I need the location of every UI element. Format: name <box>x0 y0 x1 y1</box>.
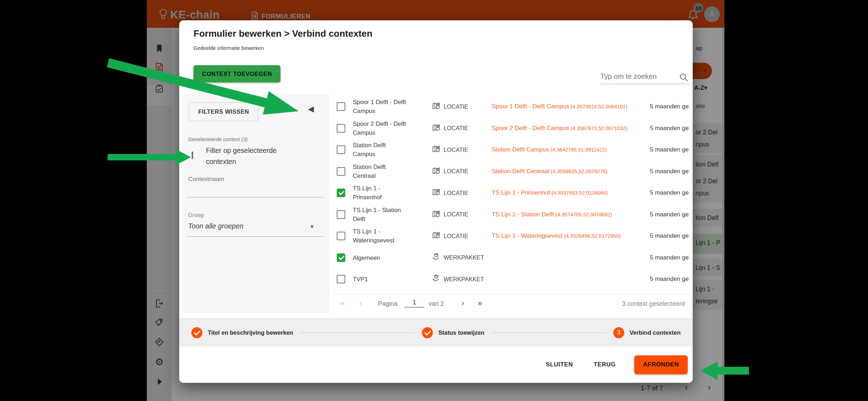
sluiten-button[interactable]: SLUITEN <box>544 361 575 369</box>
row-link-coords: (4.3567873,52.0071032) <box>571 125 627 131</box>
row-checkbox[interactable] <box>337 275 345 283</box>
map-location-icon <box>432 166 440 176</box>
context-row[interactable]: TVP1 WERKPAKKET 5 maanden geleden <box>333 268 689 290</box>
verbind-contexten-dialog: Formulier bewerken > Verbind contexten G… <box>179 20 693 383</box>
row-type-label: WERKPAKKET <box>444 276 484 283</box>
row-link-coords: (4.3558635,52.0079276) <box>551 169 608 174</box>
search-input[interactable] <box>600 71 677 82</box>
step-label: Titel en beschrijving bewerken <box>208 329 293 336</box>
map-location-icon <box>432 210 440 220</box>
row-type-label: WERKPAKKET <box>444 254 484 261</box>
context-row[interactable]: TS Lijn 1 - Station Delft LOCATIE TS Lij… <box>333 204 689 226</box>
step-titel-beschrijving[interactable]: Titel en beschrijving bewerken <box>191 327 293 338</box>
row-type-label: LOCATIE <box>444 211 468 218</box>
row-type-label: LOCATIE <box>444 168 468 175</box>
context-row[interactable]: TS Lijn 1 - Wateringsevest LOCATIE TS Li… <box>333 225 689 247</box>
context-row[interactable]: TS Lijn 1 - Prinsenhof LOCATIE TS Lijn 1… <box>333 182 689 204</box>
screen: { "icons": { "caret_down": "▾", "dropdow… <box>0 0 868 401</box>
row-context-link[interactable]: Spoor 1 Delft - Delft Campus (4.3573014,… <box>492 103 627 110</box>
row-name: Station Delft Campus <box>353 141 420 159</box>
row-name: TS Lijn 1 - Wateringsevest <box>353 227 420 245</box>
context-name-input[interactable] <box>187 197 324 197</box>
row-context-link[interactable]: Spoor 2 Delft - Delft Campus (4.3567873,… <box>492 125 627 132</box>
row-type-label: LOCATIE <box>444 146 468 153</box>
row-link-name: TS Lijn 1 - Wateringsevest <box>492 232 563 239</box>
row-checkbox[interactable] <box>337 210 345 219</box>
dialog-title: Formulier bewerken > Verbind contexten <box>193 28 372 39</box>
last-page-icon[interactable]: » <box>478 299 482 308</box>
row-link-coords: (4.3526496,52.0172950) <box>564 233 621 239</box>
row-checkbox[interactable] <box>337 189 345 197</box>
step-verbind-contexten[interactable]: 3 Verbind contexten <box>613 327 681 338</box>
filter-selected-checkbox[interactable] <box>192 151 193 159</box>
row-type-label: LOCATIE <box>444 103 468 110</box>
row-link-name: Station Delft Centraal <box>492 168 549 175</box>
add-context-button[interactable]: CONTEXT TOEVOEGEN <box>193 65 280 82</box>
map-location-icon <box>432 102 440 112</box>
row-link-name: Station Delft Campus <box>492 146 549 153</box>
wizard-stepper: Titel en beschrijving bewerken Status to… <box>179 318 693 346</box>
row-link-coords: (4.3537693,52.0118084) <box>552 190 608 196</box>
next-page-icon[interactable]: › <box>461 299 464 308</box>
previous-page-icon[interactable]: ‹ <box>360 299 362 308</box>
group-select-value[interactable]: Toon alle groepen <box>188 222 243 230</box>
context-row[interactable]: Station Delft Campus LOCATIE Station Del… <box>333 139 689 161</box>
page-label: Pagina <box>378 300 398 308</box>
row-context-link[interactable]: TS Lijn 1 - Prinsenhof (4.3537693,52.011… <box>492 189 608 196</box>
row-type: LOCATIE <box>432 166 468 176</box>
row-link-name: TS Lijn 1 - Prinsenhof <box>492 189 550 196</box>
row-type-label: LOCATIE <box>444 190 468 196</box>
row-link-coords: (4.3642795,51.9911422) <box>551 147 607 153</box>
selected-context-label: Geselecteerde context (3) <box>188 137 248 142</box>
row-context-link[interactable]: Station Delft Centraal (4.3558635,52.007… <box>492 168 608 175</box>
page-number-input[interactable] <box>404 298 424 308</box>
row-checkbox[interactable] <box>337 253 345 262</box>
step-done-check-icon <box>422 327 433 338</box>
step-number-badge: 3 <box>613 327 624 338</box>
workpackage-icon <box>432 274 440 284</box>
step-done-check-icon <box>191 327 202 338</box>
row-context-link[interactable]: TS Lijn 1 - Station Delft (4.3574705,52.… <box>492 211 612 218</box>
step-label: Status toewijzen <box>438 329 484 336</box>
map-location-icon <box>432 188 440 198</box>
group-select-underline <box>187 236 324 237</box>
row-context-link[interactable]: TS Lijn 1 - Wateringsevest (4.3526496,52… <box>492 232 621 240</box>
group-label: Groep <box>188 212 204 219</box>
row-checkbox[interactable] <box>337 145 345 154</box>
map-location-icon <box>432 231 440 241</box>
row-name: Station Delft Centraal <box>353 163 420 180</box>
context-name-label: Contextnaam <box>188 176 224 183</box>
row-type: LOCATIE <box>432 145 468 155</box>
terug-button[interactable]: TERUG <box>591 361 618 369</box>
context-row[interactable]: Spoor 1 Delft - Delft Campus LOCATIE Spo… <box>333 96 689 118</box>
workpackage-icon <box>432 253 440 263</box>
row-checkbox[interactable] <box>337 102 345 111</box>
search-icon <box>679 72 689 84</box>
row-checkbox[interactable] <box>337 124 345 133</box>
first-page-icon[interactable]: « <box>340 299 345 308</box>
row-name: TS Lijn 1 - Station Delft <box>353 206 420 223</box>
dropdown-down-icon[interactable]: ▼ <box>309 223 315 230</box>
stepper-connector <box>491 333 607 333</box>
context-row[interactable]: Spoor 2 Delft - Delft Campus LOCATIE Spo… <box>333 118 689 139</box>
context-row[interactable]: Algemeen WERKPAKKET 5 maanden geleden <box>333 247 689 269</box>
row-type: LOCATIE <box>432 210 468 220</box>
row-name: Spoor 2 Delft - Delft Campus <box>353 119 420 137</box>
row-type: LOCATIE <box>432 123 468 133</box>
search-field <box>600 71 689 84</box>
clear-filters-button[interactable]: FILTERS WISSEN <box>189 102 258 121</box>
row-checkbox[interactable] <box>337 167 345 176</box>
row-type-label: LOCATIE <box>444 125 468 132</box>
row-checkbox[interactable] <box>337 232 345 240</box>
page-of-label: van 2 <box>429 300 444 308</box>
row-name: TS Lijn 1 - Prinsenhof <box>353 184 420 202</box>
row-link-name: Spoor 2 Delft - Delft Campus <box>492 125 569 132</box>
afronden-button[interactable]: AFRONDEN <box>634 355 688 374</box>
context-row[interactable]: Station Delft Centraal LOCATIE Station D… <box>333 161 689 182</box>
collapse-panel-icon[interactable]: ◀ <box>308 104 314 114</box>
pagination-bar: « ‹ Pagina van 2 › » 3 context geselecte… <box>333 294 689 314</box>
step-status-toewijzen[interactable]: Status toewijzen <box>422 327 484 338</box>
row-context-link[interactable]: Station Delft Campus (4.3642795,51.99114… <box>492 146 607 153</box>
selected-count-label: 3 context geselecteerd <box>622 300 685 308</box>
map-location-icon <box>432 145 440 155</box>
